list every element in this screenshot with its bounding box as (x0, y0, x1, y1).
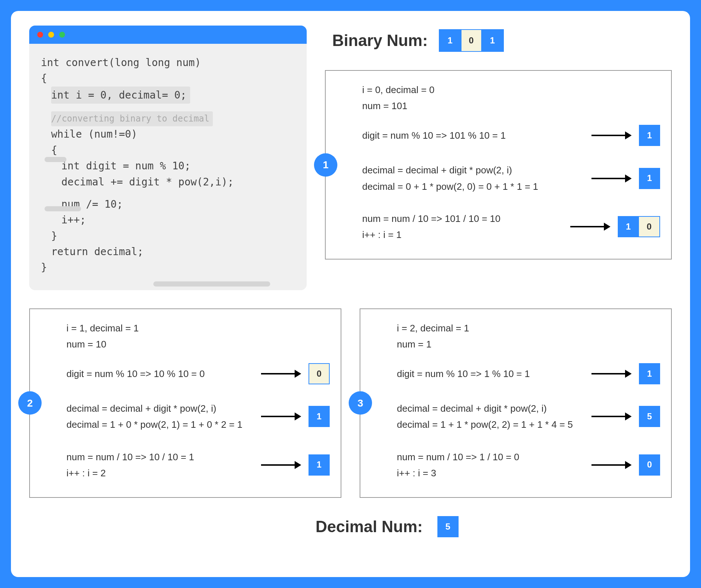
code-line: } (41, 228, 296, 244)
code-line: while (num!=0) (41, 126, 296, 142)
step-badge: 2 (18, 391, 42, 415)
binary-digit: 0 (461, 30, 482, 51)
decimal-value: 5 (437, 516, 459, 537)
code-line: int digit = num % 10; (41, 158, 296, 174)
step-inc: i++ : i = 1 (362, 227, 563, 243)
code-window: int convert(long long num) { int i = 0, … (29, 26, 307, 290)
step-3-box: 3 i = 2, decimal = 1 num = 1 digit = num… (360, 308, 672, 498)
num-digit: 0 (639, 216, 660, 237)
arrow-icon (591, 370, 632, 377)
binary-digit: 1 (440, 30, 461, 51)
code-line: int convert(long long num) (41, 55, 296, 70)
step-digit: digit = num % 10 => 1 % 10 = 1 (397, 366, 584, 382)
diagram-canvas: int convert(long long num) { int i = 0, … (11, 11, 690, 577)
minimize-icon (48, 32, 54, 38)
digit-result: 1 (639, 363, 660, 384)
decimal-result: 1 (309, 406, 330, 427)
arrow-icon (591, 461, 632, 469)
maximize-icon (59, 32, 65, 38)
code-line: decimal += digit * pow(2,i); (41, 174, 296, 190)
step-decimal-formula: decimal = decimal + digit * pow(2, i) (362, 162, 584, 178)
step-num-div: num = num / 10 => 10 / 10 = 1 (66, 449, 254, 465)
step-state: i = 1, decimal = 1 (66, 320, 330, 336)
num-digit: 1 (618, 216, 639, 237)
step-decimal-formula: decimal = decimal + digit * pow(2, i) (397, 400, 584, 416)
binary-cells: 1 0 1 (439, 29, 504, 52)
step-state: i = 0, decimal = 0 (362, 82, 660, 98)
code-comment: //converting binary to decimal (51, 111, 213, 126)
scroll-stub (45, 206, 81, 211)
window-title-bar (29, 26, 307, 44)
code-line: int i = 0, decimal= 0; (51, 87, 190, 104)
arrow-icon (570, 223, 610, 230)
scroll-stub (45, 157, 66, 162)
code-body: int convert(long long num) { int i = 0, … (29, 44, 307, 290)
digit-result: 1 (639, 125, 660, 146)
step-num-div: num = num / 10 => 1 / 10 = 0 (397, 449, 584, 465)
step-inc: i++ : i = 3 (397, 465, 584, 481)
decimal-result: 1 (639, 168, 660, 189)
arrow-icon (261, 370, 301, 377)
step-state: i = 2, decimal = 1 (397, 320, 660, 336)
arrow-icon (261, 461, 301, 469)
step-badge: 1 (314, 153, 337, 177)
step-1-box: 1 i = 0, decimal = 0 num = 101 digit = n… (325, 70, 672, 260)
num-result: 0 (639, 454, 660, 476)
binary-digit: 1 (482, 30, 503, 51)
step-digit: digit = num % 10 => 10 % 10 = 0 (66, 366, 254, 382)
arrow-icon (261, 413, 301, 420)
binary-label: Binary Num: (332, 31, 428, 50)
close-icon (37, 32, 43, 38)
step-num: num = 1 (397, 336, 660, 352)
step-2-box: 2 i = 1, decimal = 1 num = 10 digit = nu… (29, 308, 341, 498)
step-decimal-formula: decimal = decimal + digit * pow(2, i) (66, 400, 254, 416)
arrow-icon (591, 175, 632, 182)
step-digit: digit = num % 10 => 101 % 10 = 1 (362, 127, 584, 143)
step-decimal-eval: decimal = 0 + 1 * pow(2, 0) = 0 + 1 * 1 … (362, 178, 584, 195)
step-num: num = 10 (66, 336, 330, 352)
code-line: { (41, 142, 296, 158)
binary-header: Binary Num: 1 0 1 (332, 29, 672, 52)
digit-result: 0 (309, 363, 330, 384)
code-line: return decimal; (41, 244, 296, 260)
step-badge: 3 (349, 391, 372, 415)
step-inc: i++ : i = 2 (66, 465, 254, 481)
step-num-div: num = num / 10 => 101 / 10 = 10 (362, 211, 563, 227)
num-result: 1 (309, 454, 330, 476)
code-line: { (41, 70, 296, 86)
arrow-icon (591, 132, 632, 139)
scrollbar-horizontal (153, 281, 270, 287)
step-num: num = 101 (362, 98, 660, 114)
decimal-label: Decimal Num: (315, 518, 422, 536)
code-line: i++; (41, 212, 296, 228)
step-decimal-eval: decimal = 1 + 0 * pow(2, 1) = 1 + 0 * 2 … (66, 416, 254, 433)
code-line: } (41, 260, 296, 275)
decimal-result: 5 (639, 406, 660, 427)
num-result-pair: 1 0 (618, 216, 660, 237)
step-decimal-eval: decimal = 1 + 1 * pow(2, 2) = 1 + 1 * 4 … (397, 416, 584, 433)
arrow-icon (591, 413, 632, 420)
decimal-footer: Decimal Num: 5 (102, 516, 672, 537)
